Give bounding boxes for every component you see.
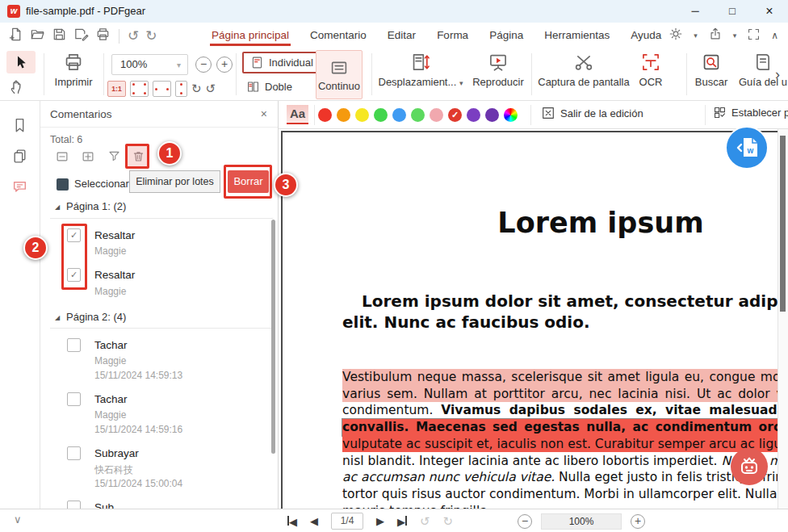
doc-line-highlighted: Vestibulum neque massa, scelerisque sit … xyxy=(342,369,778,386)
save-icon[interactable] xyxy=(52,27,67,45)
fit-page-button[interactable] xyxy=(153,81,171,97)
color-selected-dot[interactable]: ✓ xyxy=(448,108,462,122)
undo-icon[interactable]: ↺ xyxy=(128,28,139,44)
rotate-ccw-icon[interactable]: ↺ xyxy=(206,81,216,97)
divider xyxy=(530,105,531,125)
last-page-button[interactable]: ▶ xyxy=(397,514,407,529)
color-lightgreen-dot[interactable] xyxy=(411,108,425,122)
group-page2-header[interactable]: Página 2: (4) xyxy=(66,311,126,323)
bookmarks-icon[interactable] xyxy=(11,117,28,137)
scroll-mode-button[interactable]: Desplazamient... ▾ xyxy=(376,52,465,88)
page-number-input[interactable]: 1/4 xyxy=(331,513,363,530)
comment-title[interactable]: Tachar xyxy=(94,339,128,351)
group-expand-icon[interactable]: ◢ xyxy=(55,203,60,211)
collapse-all-icon[interactable] xyxy=(55,149,69,167)
comment-title[interactable]: Tachar xyxy=(94,393,128,405)
close-button[interactable]: × xyxy=(752,0,786,23)
next-page-button[interactable]: ▶ xyxy=(376,515,384,527)
convert-to-word-icon[interactable]: w xyxy=(725,126,769,170)
fit-height-button[interactable] xyxy=(175,81,187,97)
group-expand-icon[interactable]: ◢ xyxy=(55,314,60,321)
redo-icon[interactable]: ↻ xyxy=(145,28,157,44)
zoom-level[interactable]: 100% xyxy=(541,513,622,530)
save-as-icon[interactable] xyxy=(73,27,89,45)
maximize-button[interactable]: □ xyxy=(715,0,749,23)
filter-icon[interactable] xyxy=(107,149,121,166)
print-button[interactable]: Imprimir xyxy=(48,52,98,88)
actual-size-button[interactable]: 1:1 xyxy=(107,81,126,97)
share-dropdown-icon[interactable]: ▾ xyxy=(733,31,737,40)
panel-scrollbar[interactable] xyxy=(271,220,275,454)
search-button[interactable]: Buscar xyxy=(693,52,730,88)
color-yellow-dot[interactable] xyxy=(355,108,369,122)
theme-icon[interactable] xyxy=(669,27,683,44)
play-button[interactable]: Reproducir xyxy=(470,52,526,88)
panel-close-icon[interactable]: × xyxy=(261,107,267,120)
view-double-button[interactable]: Doble xyxy=(246,80,292,94)
guide-button[interactable]: Guía del u xyxy=(735,52,788,88)
color-pink-dot[interactable] xyxy=(430,108,443,122)
fit-width-button[interactable] xyxy=(130,81,149,97)
comment-title[interactable]: Resaltar xyxy=(94,229,135,241)
comments-icon[interactable] xyxy=(11,178,28,199)
tab-herramientas[interactable]: Herramientas xyxy=(543,25,611,46)
group-page1-header[interactable]: Página 1: (2) xyxy=(66,200,126,212)
view-continuous-button[interactable]: Continuo xyxy=(316,50,363,99)
new-file-icon[interactable] xyxy=(8,27,23,45)
color-orange-dot[interactable] xyxy=(337,108,350,122)
comment-checkbox[interactable] xyxy=(67,501,81,509)
tab-ayuda[interactable]: Ayuda xyxy=(629,25,663,46)
comment-checkbox[interactable] xyxy=(67,392,81,406)
document-scrollbar-thumb[interactable] xyxy=(780,136,786,312)
text-style-button[interactable]: Aa xyxy=(287,105,308,124)
color-blue-dot[interactable] xyxy=(392,108,406,122)
toolbar-overflow-icon[interactable]: › xyxy=(775,66,780,83)
comment-title[interactable]: Sub xyxy=(94,501,114,509)
document-viewport[interactable]: Lorem ipsum Lorem ipsum dolor sit amet, … xyxy=(279,129,778,509)
open-file-icon[interactable] xyxy=(30,27,45,45)
color-wheel-dot[interactable] xyxy=(504,108,518,122)
print-icon[interactable] xyxy=(95,27,111,45)
select-all-checkbox[interactable] xyxy=(57,178,69,191)
previous-page-button[interactable]: ◀ xyxy=(310,515,318,527)
rotate-cw-icon[interactable]: ↻ xyxy=(191,81,202,97)
zoom-in-button[interactable]: + xyxy=(216,57,233,73)
theme-dropdown-icon[interactable]: ▾ xyxy=(694,31,698,40)
feedback-robot-icon[interactable] xyxy=(730,447,769,486)
zoom-select[interactable]: 100% ▾ xyxy=(111,54,188,75)
color-purple-dot[interactable] xyxy=(467,108,480,122)
minimize-button[interactable]: ─ xyxy=(678,0,712,23)
color-red-dot[interactable] xyxy=(318,108,332,122)
view-individual-button[interactable]: Individual xyxy=(242,52,321,73)
first-page-button[interactable]: ◀ xyxy=(287,514,297,529)
page-border xyxy=(281,131,778,132)
tab-pagina-principal[interactable]: Página principal xyxy=(210,25,291,46)
comment-checkbox[interactable] xyxy=(67,338,81,352)
collapse-ribbon-icon[interactable]: ∧ xyxy=(771,30,778,41)
pages-icon[interactable] xyxy=(11,148,28,168)
screenshot-button[interactable]: Captura de pantalla xyxy=(538,52,630,88)
tab-pagina[interactable]: Página xyxy=(488,25,525,46)
divider xyxy=(314,105,315,125)
select-tool-button[interactable] xyxy=(6,51,36,73)
tab-comentario[interactable]: Comentario xyxy=(308,25,368,46)
fullscreen-icon[interactable] xyxy=(747,27,761,44)
expand-all-icon[interactable] xyxy=(81,149,95,167)
zoom-out-button[interactable]: − xyxy=(195,57,212,73)
exit-edit-button[interactable]: Salir de la edición xyxy=(541,106,643,120)
comment-checkbox[interactable] xyxy=(67,446,81,460)
tab-editar[interactable]: Editar xyxy=(386,25,417,46)
color-green-dot[interactable] xyxy=(374,108,388,122)
zoom-in-button[interactable]: + xyxy=(631,514,645,529)
tab-forma[interactable]: Forma xyxy=(435,25,470,46)
ocr-button[interactable]: OCR xyxy=(635,52,667,88)
hand-tool-button[interactable] xyxy=(8,77,26,98)
collapse-panel-icon[interactable]: ∨ xyxy=(14,513,22,526)
color-darkpurple-dot[interactable] xyxy=(485,108,499,122)
comment-title[interactable]: Subrayar xyxy=(94,447,139,459)
share-icon[interactable] xyxy=(708,27,723,44)
set-default-button[interactable]: Establecer pc xyxy=(713,106,788,119)
comment-title[interactable]: Resaltar xyxy=(94,269,135,281)
continuous-label: Continuo xyxy=(318,80,360,92)
zoom-out-button[interactable]: − xyxy=(518,514,532,529)
